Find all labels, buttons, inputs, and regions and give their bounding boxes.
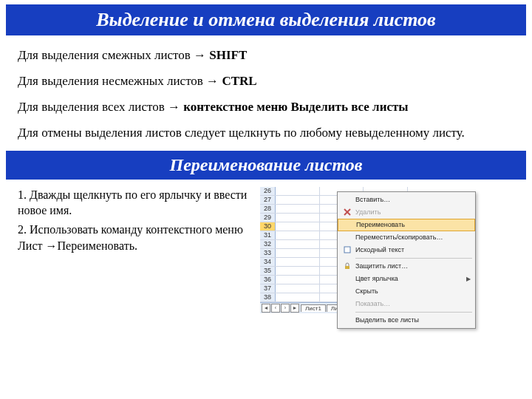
line-ctrl-text: Для выделения несмежных листов → <box>18 74 222 88</box>
row-header[interactable]: 35 <box>260 267 276 275</box>
row-header[interactable]: 28 <box>260 205 276 213</box>
cell[interactable] <box>276 240 320 248</box>
menu-item-insert[interactable]: Вставить… <box>338 194 475 206</box>
chevron-right-icon: ▶ <box>466 276 471 282</box>
svg-rect-3 <box>345 266 349 269</box>
instr-2: 2. Использовать команду контекстного мен… <box>18 222 254 253</box>
tab-nav-button[interactable]: › <box>281 304 290 313</box>
cell[interactable] <box>276 249 320 257</box>
menu-item-show[interactable]: Показать… <box>338 298 475 310</box>
menu-item-hide[interactable]: Скрыть <box>338 285 475 298</box>
tab-nav-button[interactable]: ◄ <box>262 304 270 313</box>
menu-label: Скрыть <box>355 287 471 295</box>
delete-icon <box>341 208 354 216</box>
row-header[interactable]: 31 <box>260 231 276 239</box>
kbd-shift: SHIFT <box>209 48 247 62</box>
menu-label: Цвет ярлычка <box>355 275 466 282</box>
row-header[interactable]: 36 <box>260 276 276 284</box>
tab-nav-button[interactable]: ► <box>290 304 299 313</box>
row-header[interactable]: 27 <box>260 196 276 204</box>
row-header[interactable]: 34 <box>260 258 276 266</box>
menu-item-rename[interactable]: Переименовать <box>338 219 475 231</box>
menu-item-source[interactable]: Исходный текст <box>338 244 475 256</box>
sheet-tab[interactable]: Лист1 <box>301 304 326 312</box>
menu-item-tabcolor[interactable]: Цвет ярлычка ▶ <box>338 273 475 285</box>
menu-label: Вставить… <box>355 196 471 203</box>
kbd-ctrl: CTRL <box>222 74 256 88</box>
line-shift-text: Для выделения смежных листов → <box>18 48 209 62</box>
row-header[interactable]: 26 <box>260 187 276 195</box>
menu-label: Исходный текст <box>355 246 471 253</box>
menu-label: Защитить лист… <box>355 262 471 270</box>
cell[interactable] <box>276 267 320 275</box>
menu-label: Удалить <box>355 208 471 216</box>
menu-item-move[interactable]: Переместить/скопировать… <box>338 231 475 244</box>
cell[interactable] <box>276 222 320 231</box>
cell[interactable] <box>276 284 320 293</box>
row-header[interactable]: 32 <box>260 240 276 248</box>
cell[interactable] <box>276 276 320 284</box>
menu-item-selectall[interactable]: Выделить все листы <box>338 314 475 327</box>
row-header[interactable]: 33 <box>260 249 276 257</box>
line-shift: Для выделения смежных листов → SHIFT <box>18 47 514 64</box>
menu-select-all-ref: контекстное меню Выделить все листы <box>183 100 408 114</box>
menu-separator <box>355 312 472 313</box>
menu-label: Переименовать <box>356 221 470 228</box>
cell[interactable] <box>276 187 320 195</box>
context-menu: Вставить… Удалить Переименовать Перемест… <box>337 191 476 329</box>
instr-1: 1. Дважды щелкнуть по его ярлычку и ввес… <box>18 187 254 219</box>
cell[interactable] <box>276 293 320 301</box>
cell[interactable] <box>276 214 320 222</box>
menu-label: Переместить/скопировать… <box>355 233 471 241</box>
row-header[interactable]: 38 <box>260 293 276 301</box>
line-all-text: Для выделения всех листов → <box>18 100 183 114</box>
menu-label: Выделить все листы <box>355 316 471 324</box>
menu-separator <box>355 258 472 259</box>
cell[interactable] <box>276 205 320 213</box>
menu-item-protect[interactable]: Защитить лист… <box>338 260 475 273</box>
line-ctrl: Для выделения несмежных листов → CTRL <box>18 73 514 90</box>
rename-instructions: 1. Дважды щелкнуть по его ярлычку и ввес… <box>18 187 254 256</box>
row-header[interactable]: 37 <box>260 284 276 293</box>
source-icon <box>341 245 354 254</box>
cell[interactable] <box>276 231 320 239</box>
lock-icon <box>341 262 354 270</box>
line-all: Для выделения всех листов → контекстное … <box>18 99 514 116</box>
excel-screenshot: 26272829303132333435363738◄‹›►Лист1Лист2… <box>260 187 511 313</box>
body-text: Для выделения смежных листов → SHIFT Для… <box>0 38 532 142</box>
menu-label: Показать… <box>355 300 471 307</box>
heading-selection: Выделение и отмена выделения листов <box>6 4 526 35</box>
cell[interactable] <box>276 258 320 266</box>
row-header[interactable]: 29 <box>260 214 276 222</box>
heading-rename: Переименование листов <box>6 151 526 180</box>
menu-item-delete[interactable]: Удалить <box>338 206 475 219</box>
cell[interactable] <box>276 196 320 204</box>
line-deselect: Для отмены выделения листов следует щелк… <box>18 125 514 142</box>
row-header[interactable]: 30 <box>260 222 276 231</box>
svg-rect-2 <box>344 247 350 253</box>
tab-nav-button[interactable]: ‹ <box>271 304 280 313</box>
